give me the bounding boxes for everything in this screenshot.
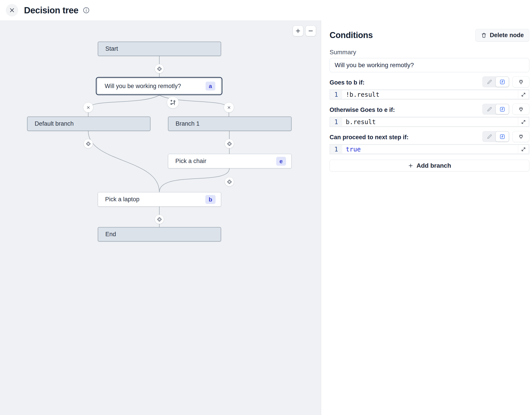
editor-mode-controls — [482, 104, 529, 115]
node-label: Will you be working remotly? — [105, 83, 181, 90]
node-badge: e — [276, 157, 286, 166]
node-pick-a-chair[interactable]: Pick a chair e — [168, 154, 292, 168]
add-node-button[interactable] — [84, 139, 93, 148]
code-input[interactable]: !b.result — [342, 90, 518, 99]
condition-section-header: Otherwise Goes to e if: — [330, 104, 529, 115]
code-editor: 1 !b.result — [330, 89, 529, 100]
line-number: 1 — [330, 118, 342, 126]
delete-branch-x-icon — [227, 105, 231, 110]
node-branch-1[interactable]: Branch 1 — [168, 117, 292, 131]
editor-mode-controls — [482, 131, 529, 142]
code-editor: 1 b.result — [330, 117, 529, 127]
node-label: Pick a chair — [175, 158, 207, 165]
trash-icon — [481, 32, 487, 38]
node-label: Default branch — [35, 120, 74, 127]
panel-header: Conditions Delete node — [330, 29, 529, 42]
add-node-button[interactable] — [155, 215, 164, 224]
editor-mode-controls — [482, 76, 529, 87]
add-branch-split-icon — [170, 99, 176, 106]
app-header: Decision tree — [0, 0, 532, 20]
fx-icon — [499, 79, 505, 85]
fx-icon — [499, 134, 505, 140]
expand-editor-button[interactable] — [518, 118, 529, 126]
mode-toggle — [482, 104, 509, 115]
plug-icon — [518, 79, 524, 85]
code-editor: 1 true — [330, 144, 529, 154]
condition-label: Otherwise Goes to e if: — [330, 107, 395, 115]
expand-icon — [521, 92, 526, 97]
add-branch-split-button[interactable] — [167, 97, 179, 109]
text-mode-button[interactable] — [483, 104, 496, 114]
fx-mode-button[interactable] — [496, 77, 509, 87]
zoom-out-button[interactable] — [305, 26, 316, 36]
fx-icon — [499, 106, 505, 112]
pencil-icon — [486, 134, 493, 140]
delete-branch-button[interactable] — [224, 102, 234, 113]
add-node-button[interactable] — [225, 177, 234, 186]
fx-mode-button[interactable] — [496, 104, 509, 114]
summary-input[interactable] — [330, 58, 529, 72]
condition-label: Goes to b if: — [330, 79, 365, 87]
plug-icon — [518, 106, 524, 112]
delete-branch-button[interactable] — [83, 102, 93, 113]
fx-mode-button[interactable] — [496, 132, 509, 141]
add-node-button[interactable] — [155, 64, 164, 73]
add-node-plus-icon — [157, 66, 162, 71]
add-node-plus-icon — [227, 141, 232, 146]
pencil-icon — [486, 106, 493, 112]
text-mode-button[interactable] — [483, 132, 496, 141]
zoom-in-button[interactable] — [293, 26, 303, 36]
add-node-plus-icon — [86, 141, 91, 146]
close-button[interactable] — [6, 4, 18, 16]
expand-editor-button[interactable] — [518, 145, 529, 153]
code-input[interactable]: true — [342, 145, 518, 153]
node-label: Start — [105, 45, 118, 52]
zoom-in-icon — [295, 28, 301, 34]
node-badge: a — [206, 82, 215, 90]
node-label: Pick a laptop — [105, 196, 140, 203]
add-node-button[interactable] — [225, 139, 234, 148]
info-icon[interactable] — [82, 6, 90, 14]
node-start[interactable]: Start — [98, 42, 221, 56]
code-input[interactable]: b.result — [342, 118, 518, 126]
text-mode-button[interactable] — [483, 77, 496, 87]
add-branch-label: Add branch — [417, 162, 451, 169]
data-source-button[interactable] — [513, 76, 529, 87]
add-node-plus-icon — [227, 179, 232, 184]
node-question-selected[interactable]: Will you be working remotly? a — [96, 77, 222, 95]
delete-branch-x-icon — [86, 105, 91, 110]
panel-title: Conditions — [330, 30, 373, 40]
plus-icon — [408, 163, 414, 168]
condition-section-header: Goes to b if: — [330, 76, 529, 87]
expand-icon — [521, 147, 526, 152]
expand-editor-button[interactable] — [518, 90, 529, 99]
node-label: End — [105, 231, 116, 238]
flow-canvas[interactable]: Start Will you be working remotly? a Def… — [0, 20, 321, 415]
add-node-plus-icon — [157, 217, 162, 222]
node-default-branch[interactable]: Default branch — [27, 117, 151, 131]
page-title: Decision tree — [24, 5, 78, 15]
node-pick-a-laptop[interactable]: Pick a laptop b — [98, 192, 221, 207]
expand-icon — [521, 119, 526, 125]
mode-toggle — [482, 131, 509, 142]
conditions-panel: Conditions Delete node Summary Goes to b… — [321, 0, 532, 415]
data-source-button[interactable] — [513, 131, 529, 142]
zoom-out-icon — [308, 28, 314, 34]
node-label: Branch 1 — [176, 120, 200, 127]
condition-label: Can proceed to next step if: — [330, 134, 409, 142]
add-branch-button[interactable]: Add branch — [330, 160, 529, 171]
mode-toggle — [482, 76, 509, 87]
line-number: 1 — [330, 90, 342, 99]
plug-icon — [518, 134, 524, 140]
condition-section-header: Can proceed to next step if: — [330, 131, 529, 142]
delete-node-label: Delete node — [490, 32, 524, 39]
close-icon — [9, 7, 15, 14]
summary-label: Summary — [330, 49, 529, 56]
pencil-icon — [486, 79, 493, 85]
node-badge: b — [205, 195, 216, 204]
node-end[interactable]: End — [98, 227, 221, 242]
data-source-button[interactable] — [513, 104, 529, 115]
line-number: 1 — [330, 145, 342, 153]
delete-node-button[interactable]: Delete node — [475, 29, 529, 42]
